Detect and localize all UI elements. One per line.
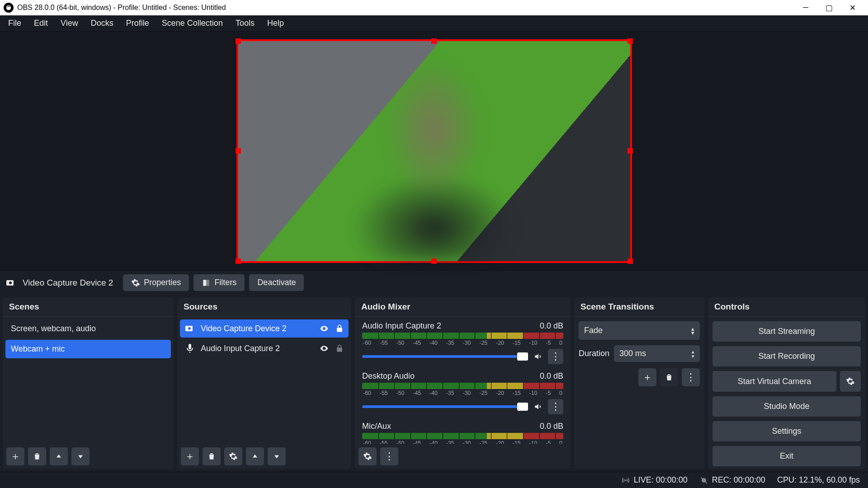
transition-menu-button[interactable]: ⋮ (682, 368, 700, 386)
settings-button[interactable]: Settings (712, 421, 861, 441)
scene-add-button[interactable]: ＋ (6, 447, 24, 465)
filters-button[interactable]: Filters (193, 274, 245, 291)
audio-mixer-panel: Audio Mixer Audio Input Capture 20.0 dB-… (355, 297, 571, 469)
minimize-button[interactable]: ─ (794, 0, 817, 15)
scenes-panel: Scenes Screen, webcam, audioWebcam + mic… (3, 297, 174, 469)
speaker-icon[interactable] (533, 402, 542, 411)
source-remove-button[interactable] (203, 447, 221, 465)
channel-name: Mic/Aux (362, 422, 391, 431)
mixer-channel: Mic/Aux0.0 dB-60-55-50-45-40-35-30-25-20… (358, 419, 568, 444)
menu-profile[interactable]: Profile (120, 16, 156, 31)
scene-move-down-button[interactable] (71, 447, 90, 465)
maximize-button[interactable]: ▢ (817, 0, 841, 15)
scene-item[interactable]: Webcam + mic (5, 340, 171, 358)
svg-rect-1 (203, 280, 207, 286)
volume-slider[interactable] (362, 405, 528, 408)
meter-ticks: -60-55-50-45-40-35-30-25-20-15-10-50 (362, 340, 563, 346)
controls-header: Controls (708, 297, 865, 317)
resize-handle-r[interactable] (627, 148, 633, 154)
audio-meter (362, 333, 563, 339)
menu-docks[interactable]: Docks (85, 16, 120, 31)
menu-edit[interactable]: Edit (28, 16, 54, 31)
gear-icon (131, 278, 140, 287)
menu-view[interactable]: View (54, 16, 85, 31)
duration-spinner[interactable]: 300 ms ▴▾ (614, 345, 700, 362)
spinner-arrows-icon: ▴▾ (692, 349, 694, 358)
resize-handle-tr[interactable] (627, 38, 633, 44)
status-bar: LIVE: 00:00:00 REC: 00:00:00 CPU: 12.1%,… (0, 472, 868, 488)
source-item[interactable]: Video Capture Device 2 (180, 319, 349, 338)
exit-button[interactable]: Exit (712, 446, 861, 466)
rec-status: REC: 00:00:00 (712, 475, 765, 485)
selected-source-bounds[interactable] (236, 39, 632, 263)
duration-label: Duration (579, 349, 609, 358)
mixer-menu-button[interactable]: ⋮ (380, 447, 398, 465)
filters-icon (202, 278, 211, 287)
mixer-header: Audio Mixer (355, 297, 571, 317)
camera-icon (5, 277, 16, 288)
sources-panel: Sources Video Capture Device 2Audio Inpu… (177, 297, 351, 469)
record-icon (699, 476, 708, 485)
start-virtual-camera-button[interactable]: Start Virtual Camera (712, 371, 836, 392)
scene-remove-button[interactable] (28, 447, 46, 465)
chevron-updown-icon: ▴▾ (691, 327, 694, 335)
meter-ticks: -60-55-50-45-40-35-30-25-20-15-10-50 (362, 440, 563, 444)
virtual-camera-settings-button[interactable] (840, 371, 861, 392)
source-toolbar: Video Capture Device 2 Properties Filter… (0, 270, 868, 295)
transition-remove-button[interactable] (660, 368, 678, 386)
live-status: LIVE: 00:00:00 (634, 475, 688, 485)
broadcast-icon (621, 476, 630, 485)
resize-handle-b[interactable] (431, 258, 437, 264)
mixer-settings-button[interactable] (359, 447, 377, 465)
channel-db: 0.0 dB (540, 371, 563, 381)
audio-meter (362, 433, 563, 439)
volume-slider[interactable] (362, 355, 528, 358)
channel-menu-button[interactable]: ⋮ (548, 399, 563, 414)
menu-bar: FileEditViewDocksProfileScene Collection… (0, 15, 868, 32)
source-move-up-button[interactable] (246, 447, 264, 465)
menu-tools[interactable]: Tools (229, 16, 261, 31)
svg-rect-2 (206, 280, 209, 286)
channel-menu-button[interactable]: ⋮ (548, 349, 563, 364)
mixer-channel: Desktop Audio0.0 dB-60-55-50-45-40-35-30… (358, 369, 568, 417)
scenes-header: Scenes (3, 297, 174, 317)
visibility-toggle[interactable] (320, 344, 329, 353)
resize-handle-tl[interactable] (236, 38, 241, 44)
preview-canvas[interactable] (0, 32, 868, 270)
mic-icon (184, 343, 195, 354)
mixer-channel: Audio Input Capture 20.0 dB-60-55-50-45-… (358, 319, 568, 367)
audio-meter (362, 383, 563, 389)
speaker-icon[interactable] (533, 352, 542, 361)
lock-toggle[interactable] (335, 324, 344, 333)
deactivate-button[interactable]: Deactivate (249, 274, 304, 291)
channel-db: 0.0 dB (540, 321, 563, 331)
source-properties-button[interactable] (224, 447, 242, 465)
camera-icon (184, 323, 195, 334)
resize-handle-br[interactable] (627, 258, 633, 264)
channel-name: Desktop Audio (362, 371, 415, 381)
controls-panel: Controls Start Streaming Start Recording… (708, 297, 865, 469)
studio-mode-button[interactable]: Studio Mode (712, 396, 861, 417)
lock-toggle[interactable] (335, 344, 344, 353)
resize-handle-bl[interactable] (236, 258, 241, 264)
menu-help[interactable]: Help (261, 16, 290, 31)
transition-add-button[interactable]: ＋ (638, 368, 656, 386)
transition-select[interactable]: Fade ▴▾ (579, 321, 700, 340)
source-item[interactable]: Audio Input Capture 2 (180, 339, 349, 357)
resize-handle-l[interactable] (236, 148, 241, 154)
channel-name: Audio Input Capture 2 (362, 321, 441, 331)
menu-file[interactable]: File (2, 16, 28, 31)
visibility-toggle[interactable] (320, 324, 329, 333)
menu-scene-collection[interactable]: Scene Collection (156, 16, 229, 31)
start-streaming-button[interactable]: Start Streaming (712, 321, 861, 342)
meter-ticks: -60-55-50-45-40-35-30-25-20-15-10-50 (362, 390, 563, 396)
start-recording-button[interactable]: Start Recording (712, 346, 861, 366)
obs-logo-icon (4, 3, 14, 13)
resize-handle-t[interactable] (431, 38, 437, 44)
scene-item[interactable]: Screen, webcam, audio (5, 319, 171, 338)
source-move-down-button[interactable] (268, 447, 286, 465)
source-add-button[interactable]: ＋ (181, 447, 199, 465)
scene-move-up-button[interactable] (50, 447, 68, 465)
close-button[interactable]: ✕ (841, 0, 864, 15)
properties-button[interactable]: Properties (123, 274, 189, 291)
